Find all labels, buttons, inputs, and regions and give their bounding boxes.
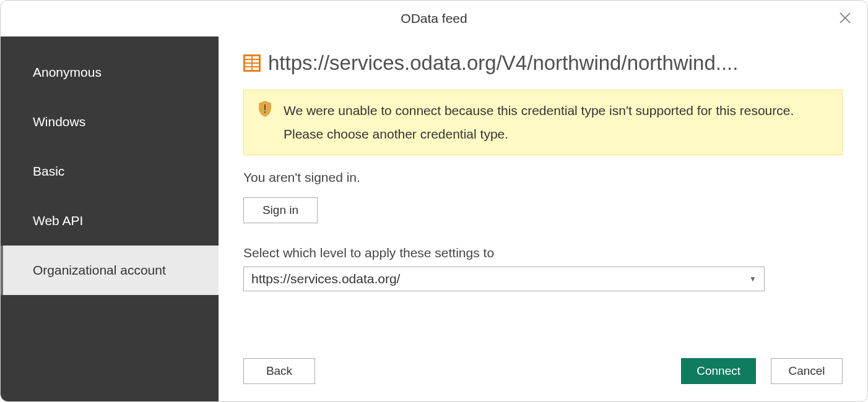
svg-rect-4 — [253, 56, 259, 59]
cancel-label: Cancel — [788, 364, 825, 378]
sidebar-item-label: Web API — [33, 213, 83, 228]
url-row: https://services.odata.org/V4/northwind/… — [243, 51, 843, 75]
sign-in-label: Sign in — [263, 203, 298, 217]
connect-button[interactable]: Connect — [681, 358, 756, 384]
back-label: Back — [266, 364, 292, 378]
auth-type-sidebar: Anonymous Windows Basic Web API Organiza… — [1, 36, 219, 401]
level-select[interactable]: https://services.odata.org/ ▼ — [243, 267, 765, 291]
svg-rect-6 — [253, 60, 259, 62]
odata-feed-icon — [243, 54, 261, 72]
sidebar-item-anonymous[interactable]: Anonymous — [1, 48, 219, 97]
feed-url: https://services.odata.org/V4/northwind/… — [268, 51, 738, 75]
svg-rect-10 — [253, 67, 259, 70]
cancel-button[interactable]: Cancel — [771, 358, 843, 384]
dialog-body: Anonymous Windows Basic Web API Organiza… — [1, 36, 867, 401]
dialog-footer: Back Connect Cancel — [243, 358, 843, 384]
svg-rect-11 — [264, 105, 266, 110]
sidebar-item-label: Basic — [33, 164, 64, 179]
connect-label: Connect — [697, 364, 740, 378]
titlebar: OData feed — [1, 1, 867, 36]
svg-rect-3 — [245, 56, 251, 59]
signin-status: You aren't signed in. — [243, 170, 843, 185]
sidebar-item-label: Organizational account — [33, 263, 166, 278]
svg-rect-5 — [245, 60, 251, 62]
warning-banner: We were unable to connect because this c… — [243, 90, 843, 155]
sidebar-item-basic[interactable]: Basic — [1, 147, 219, 196]
svg-rect-12 — [264, 111, 266, 113]
sidebar-item-web-api[interactable]: Web API — [1, 196, 219, 246]
close-icon — [839, 12, 851, 24]
level-select-value: https://services.odata.org/ — [251, 272, 400, 286]
dialog-title: OData feed — [401, 11, 467, 26]
close-button[interactable] — [836, 9, 854, 27]
svg-rect-7 — [245, 64, 251, 66]
svg-rect-8 — [253, 64, 259, 66]
footer-right: Connect Cancel — [681, 358, 843, 384]
chevron-down-icon: ▼ — [749, 275, 757, 283]
back-button[interactable]: Back — [243, 358, 315, 384]
main-panel: https://services.odata.org/V4/northwind/… — [219, 36, 867, 401]
level-label: Select which level to apply these settin… — [243, 246, 843, 260]
sidebar-item-label: Anonymous — [33, 65, 102, 80]
svg-rect-9 — [245, 67, 251, 70]
odata-credential-dialog: OData feed Anonymous Windows Basic Web A… — [0, 0, 868, 402]
sidebar-item-windows[interactable]: Windows — [1, 97, 219, 147]
sidebar-item-label: Windows — [33, 114, 85, 129]
sidebar-item-organizational-account[interactable]: Organizational account — [1, 246, 219, 295]
sign-in-button[interactable]: Sign in — [243, 197, 318, 223]
warning-shield-icon — [258, 100, 272, 118]
warning-message: We were unable to connect because this c… — [284, 99, 828, 146]
